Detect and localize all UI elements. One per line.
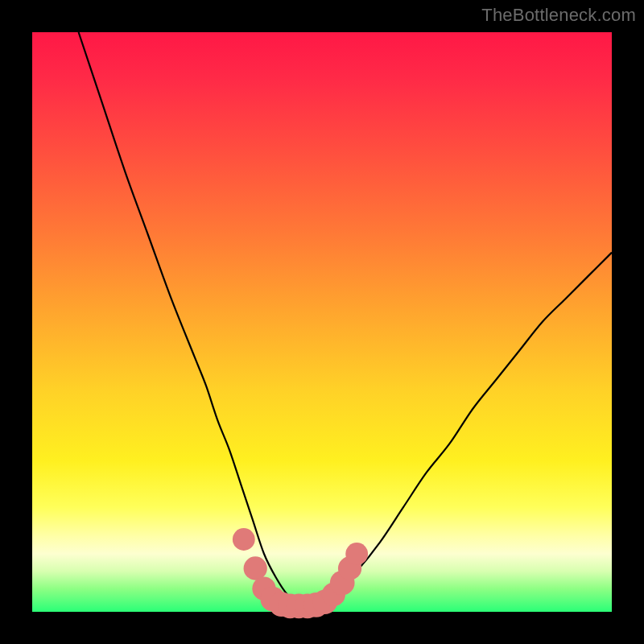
curve-svg — [32, 32, 612, 612]
curve-marker — [233, 528, 255, 551]
curve-marker — [244, 556, 267, 580]
bottleneck-curve — [79, 32, 612, 606]
watermark-text: TheBottleneck.com — [481, 5, 636, 26]
chart-frame: TheBottleneck.com — [0, 0, 644, 644]
curve-marker — [345, 543, 368, 565]
plot-area — [32, 32, 612, 612]
curve-markers — [233, 528, 368, 618]
